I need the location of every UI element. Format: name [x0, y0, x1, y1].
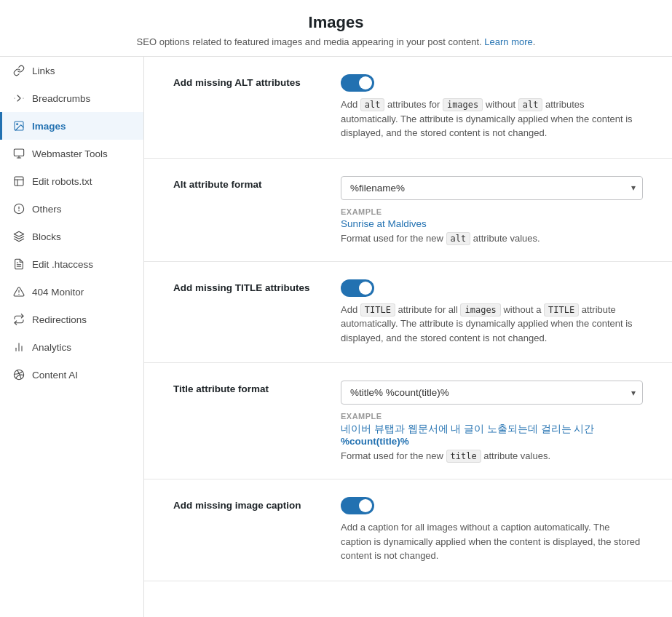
- title-format-example: EXAMPLE 네이버 뷰탭과 웹문서에 내 글이 노출되는데 걸리는 시간 %…: [341, 412, 643, 461]
- sidebar-item-edit-htaccess[interactable]: Edit .htaccess: [0, 250, 143, 278]
- caption-toggle[interactable]: [341, 497, 374, 514]
- sidebar-item-others-label: Others: [32, 204, 62, 215]
- link-icon: [12, 64, 25, 77]
- sidebar-item-webmaster-tools-label: Webmaster Tools: [32, 148, 108, 159]
- sidebar-item-404-monitor-label: 404 Monitor: [32, 287, 84, 298]
- others-icon: [12, 202, 25, 215]
- title-format-select-wrapper: %title% %count(title)% %filename% %alt% …: [341, 381, 643, 405]
- page-title: Images: [15, 13, 657, 32]
- svg-rect-7: [15, 177, 23, 186]
- alt-format-example-value: Sunrise at Maldives: [341, 218, 643, 229]
- example-label-2: EXAMPLE: [341, 412, 643, 421]
- section-caption-label: Add missing image caption: [173, 497, 319, 511]
- title-format-note: Format used for the new title attribute …: [341, 450, 643, 461]
- breadcrumb-icon: [12, 92, 25, 105]
- sidebar-item-edit-robots-label: Edit robots.txt: [32, 176, 92, 187]
- svg-rect-4: [14, 149, 23, 156]
- sidebar-item-links[interactable]: Links: [0, 57, 143, 84]
- section-caption-control: Add a caption for all images without a c…: [341, 497, 643, 563]
- page-description: SEO options related to featured images a…: [15, 36, 657, 47]
- analytics-icon: [12, 341, 25, 354]
- title-format-highlight: %count(title)%: [341, 436, 409, 447]
- alt-format-label: Alt attribute format: [173, 176, 319, 190]
- title-toggle[interactable]: [341, 279, 374, 297]
- title-format-select[interactable]: %title% %count(title)% %filename% %alt%: [341, 381, 643, 405]
- sidebar-item-blocks[interactable]: Blocks: [0, 223, 143, 250]
- sidebar-item-redirections-label: Redirections: [32, 314, 87, 325]
- sidebar-item-webmaster-tools[interactable]: Webmaster Tools: [0, 140, 143, 167]
- sidebar-item-others[interactable]: Others: [0, 195, 143, 223]
- alt-format-select[interactable]: %filename% %title% %alt%: [341, 176, 643, 200]
- ai-icon: [12, 368, 25, 381]
- section-add-missing-title: Add missing TITLE attributes Add TITLE a…: [144, 262, 672, 364]
- sidebar-item-content-ai-label: Content AI: [32, 370, 78, 381]
- robots-icon: [12, 175, 25, 188]
- sidebar: Links Breadcrumbs Images Webmaster Tools: [0, 57, 144, 617]
- svg-point-3: [17, 124, 18, 125]
- section-add-missing-alt: Add missing ALT attributes Add alt attri…: [144, 57, 672, 159]
- section-title-control: Add TITLE attribute for all images witho…: [341, 279, 643, 346]
- alt-description: Add alt attributes for images without al…: [341, 97, 643, 140]
- sidebar-item-analytics-label: Analytics: [32, 342, 71, 353]
- section-title-label: Add missing TITLE attributes: [173, 279, 319, 293]
- section-alt-control: Add alt attributes for images without al…: [341, 74, 643, 140]
- page-header: Images SEO options related to featured i…: [0, 0, 672, 57]
- sidebar-item-images-label: Images: [32, 121, 66, 132]
- section-add-missing-caption: Add missing image caption Add a caption …: [144, 479, 672, 581]
- title-format-example-value: 네이버 뷰탭과 웹문서에 내 글이 노출되는데 걸리는 시간 %count(ti…: [341, 423, 643, 447]
- monitor-icon: [12, 285, 25, 298]
- blocks-icon: [12, 230, 25, 243]
- sidebar-item-links-label: Links: [32, 65, 55, 76]
- sidebar-item-breadcrumbs[interactable]: Breadcrumbs: [0, 84, 143, 112]
- alt-toggle[interactable]: [341, 74, 374, 92]
- sidebar-item-404-monitor[interactable]: 404 Monitor: [0, 278, 143, 306]
- sidebar-item-images[interactable]: Images: [0, 112, 143, 140]
- section-alt-label: Add missing ALT attributes: [173, 74, 319, 88]
- webmaster-icon: [12, 147, 25, 160]
- alt-format-control: %filename% %title% %alt% ▾ EXAMPLE Sunri…: [341, 176, 643, 244]
- svg-marker-13: [14, 231, 23, 236]
- title-format-label: Title attribute format: [173, 381, 319, 394]
- sidebar-item-edit-robots[interactable]: Edit robots.txt: [0, 167, 143, 195]
- sidebar-item-redirections[interactable]: Redirections: [0, 306, 143, 333]
- main-content: Add missing ALT attributes Add alt attri…: [144, 57, 672, 617]
- redirect-icon: [12, 313, 25, 326]
- main-layout: Links Breadcrumbs Images Webmaster Tools: [0, 57, 672, 617]
- sidebar-item-content-ai[interactable]: Content AI: [0, 361, 143, 389]
- sidebar-item-edit-htaccess-label: Edit .htaccess: [32, 259, 93, 270]
- htaccess-icon: [12, 258, 25, 271]
- sidebar-item-blocks-label: Blocks: [32, 231, 61, 242]
- alt-format-example: EXAMPLE Sunrise at Maldives Format used …: [341, 207, 643, 244]
- alt-format-select-wrapper: %filename% %title% %alt% ▾: [341, 176, 643, 200]
- title-format-control: %title% %count(title)% %filename% %alt% …: [341, 381, 643, 461]
- title-description: Add TITLE attribute for all images witho…: [341, 303, 643, 346]
- sidebar-item-breadcrumbs-label: Breadcrumbs: [32, 93, 90, 104]
- sidebar-item-analytics[interactable]: Analytics: [0, 333, 143, 361]
- section-title-format: Title attribute format %title% %count(ti…: [144, 363, 672, 479]
- example-label-1: EXAMPLE: [341, 207, 643, 216]
- caption-description: Add a caption for all images without a c…: [341, 520, 643, 563]
- alt-format-note: Format used for the new alt attribute va…: [341, 233, 643, 244]
- learn-more-link[interactable]: Learn more: [484, 36, 532, 47]
- image-icon: [12, 119, 25, 132]
- section-alt-format: Alt attribute format %filename% %title% …: [144, 159, 672, 262]
